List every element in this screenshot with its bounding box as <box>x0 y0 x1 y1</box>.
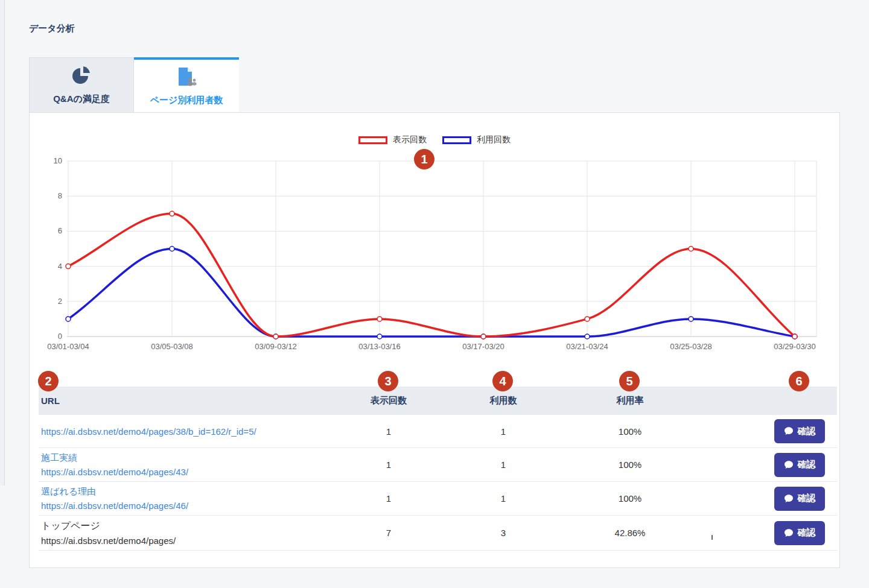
page-usage-table: URL 表示回数 利用数 利用率 https://ai.dsbsv.net/de… <box>39 387 837 551</box>
callout-badge-6: 6 <box>789 371 809 391</box>
svg-text:03/25-03/28: 03/25-03/28 <box>670 342 711 351</box>
uses-series-swatch <box>442 136 471 144</box>
legend-item-uses: 利用回数 <box>442 134 511 145</box>
legend-label: 表示回数 <box>393 134 427 145</box>
page-url-link[interactable]: https://ai.dsbsv.net/demo4/pages/46/ <box>41 501 346 511</box>
svg-text:10: 10 <box>54 156 62 165</box>
col-header-uses: 利用数 <box>431 395 576 406</box>
url-cell: トップページhttps://ai.dsbsv.net/demo4/pages/ <box>39 520 346 546</box>
usage-rate: 100% <box>576 460 684 470</box>
tab-label: Q&Aの満足度 <box>53 93 110 105</box>
chart-legend: 表示回数 利用回数 <box>30 134 839 145</box>
tab-bar: Q&Aの満足度 ページ別利用者数 <box>29 57 239 112</box>
table-header-row: URL 表示回数 利用数 利用率 <box>39 387 837 415</box>
tab-page-users[interactable]: ページ別利用者数 <box>134 57 239 112</box>
uses-count: 1 <box>431 460 576 470</box>
svg-text:0: 0 <box>58 332 62 341</box>
svg-text:2: 2 <box>58 297 62 306</box>
url-cell: 施工実績https://ai.dsbsv.net/demo4/pages/43/ <box>39 452 346 477</box>
legend-label: 利用回数 <box>477 134 511 145</box>
uses-count: 3 <box>431 528 576 538</box>
col-header-rate: 利用率 <box>576 395 684 406</box>
analytics-panel: 表示回数 利用回数 024681003/01-03/0403/05-03/080… <box>29 112 840 568</box>
views-count: 7 <box>346 528 431 538</box>
speech-bubble-icon <box>784 528 794 538</box>
views-count: 1 <box>346 493 431 504</box>
callout-badge-3: 3 <box>378 371 398 391</box>
svg-text:03/29-03/30: 03/29-03/30 <box>774 342 815 351</box>
svg-text:03/01-03/04: 03/01-03/04 <box>47 342 89 351</box>
line-chart: 024681003/01-03/0403/05-03/0803/09-03/12… <box>52 154 824 356</box>
table-row: 施工実績https://ai.dsbsv.net/demo4/pages/43/… <box>39 448 837 482</box>
svg-text:8: 8 <box>58 191 62 200</box>
confirm-button[interactable]: 確認 <box>774 521 825 545</box>
usage-rate: 100% <box>576 493 684 504</box>
url-cell: https://ai.dsbsv.net/demo4/pages/38/b_id… <box>39 426 346 437</box>
svg-text:6: 6 <box>58 226 62 235</box>
uses-count: 1 <box>431 493 576 504</box>
page-title: データ分析 <box>29 23 75 34</box>
svg-text:03/17-03/20: 03/17-03/20 <box>462 342 504 351</box>
views-count: 1 <box>346 460 431 470</box>
confirm-button[interactable]: 確認 <box>774 453 825 477</box>
confirm-button-label: 確認 <box>798 426 816 437</box>
tab-qa-satisfaction[interactable]: Q&Aの満足度 <box>29 57 134 112</box>
action-cell: 確認 <box>684 419 837 443</box>
speech-bubble-icon <box>784 460 794 470</box>
page-url-link[interactable]: https://ai.dsbsv.net/demo4/pages/43/ <box>41 467 346 477</box>
action-cell: 確認 <box>684 487 837 511</box>
pie-chart-icon <box>71 65 92 88</box>
confirm-button-label: 確認 <box>798 493 816 504</box>
action-cell: 確認 <box>684 521 837 545</box>
legend-item-views: 表示回数 <box>358 134 427 145</box>
svg-text:4: 4 <box>58 262 62 271</box>
page-title-link[interactable]: 施工実績 <box>41 452 346 464</box>
speech-bubble-icon <box>784 494 794 504</box>
speech-bubble-icon <box>784 426 794 436</box>
uses-count: 1 <box>431 426 576 437</box>
url-cell: 選ばれる理由https://ai.dsbsv.net/demo4/pages/4… <box>39 486 346 511</box>
table-row: トップページhttps://ai.dsbsv.net/demo4/pages/7… <box>39 516 837 551</box>
page-title-text: トップページ <box>41 520 346 533</box>
left-edge-strip <box>0 0 5 485</box>
confirm-button[interactable]: 確認 <box>774 419 825 443</box>
action-cell: 確認 <box>684 453 837 477</box>
usage-rate: 100% <box>576 426 684 437</box>
table-row: https://ai.dsbsv.net/demo4/pages/38/b_id… <box>39 415 837 448</box>
svg-text:03/21-03/24: 03/21-03/24 <box>566 342 608 351</box>
page-url-text: https://ai.dsbsv.net/demo4/pages/ <box>41 536 346 546</box>
usage-rate: 42.86% <box>576 528 684 538</box>
text-cursor-artifact <box>711 535 713 540</box>
col-header-url: URL <box>39 396 346 406</box>
callout-badge-1: 1 <box>414 149 434 169</box>
page-url-link[interactable]: https://ai.dsbsv.net/demo4/pages/38/b_id… <box>41 426 346 437</box>
svg-text:03/09-03/12: 03/09-03/12 <box>255 342 296 351</box>
document-users-icon <box>176 66 197 89</box>
callout-badge-2: 2 <box>38 371 59 391</box>
callout-badge-4: 4 <box>492 371 513 391</box>
svg-text:03/13-03/16: 03/13-03/16 <box>358 342 400 351</box>
confirm-button[interactable]: 確認 <box>774 487 825 511</box>
tab-label: ページ別利用者数 <box>150 95 223 106</box>
confirm-button-label: 確認 <box>798 459 816 470</box>
views-count: 1 <box>346 426 431 437</box>
col-header-views: 表示回数 <box>346 395 431 406</box>
views-series-swatch <box>358 136 387 144</box>
confirm-button-label: 確認 <box>798 527 816 539</box>
svg-text:03/05-03/08: 03/05-03/08 <box>151 342 193 351</box>
callout-badge-5: 5 <box>619 371 640 391</box>
table-row: 選ばれる理由https://ai.dsbsv.net/demo4/pages/4… <box>39 482 837 516</box>
page-title-link[interactable]: 選ばれる理由 <box>41 486 346 498</box>
